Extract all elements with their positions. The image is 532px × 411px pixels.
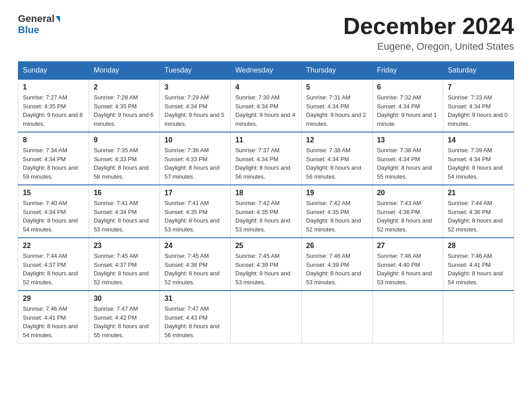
day-number: 10: [164, 136, 226, 144]
day-number: 8: [23, 136, 84, 144]
day-number: 17: [164, 189, 226, 197]
table-row: 23 Sunrise: 7:45 AMSunset: 4:37 PMDaylig…: [89, 238, 160, 291]
day-number: 16: [94, 189, 155, 197]
day-number: 5: [306, 83, 368, 91]
header-row: Sunday Monday Tuesday Wednesday Thursday…: [18, 62, 514, 80]
logo-blue-text: Blue: [18, 24, 39, 36]
day-info: Sunrise: 7:39 AMSunset: 4:34 PMDaylight:…: [448, 147, 503, 180]
table-row: 20 Sunrise: 7:43 AMSunset: 4:36 PMDaylig…: [372, 185, 443, 238]
day-info: Sunrise: 7:41 AMSunset: 4:34 PMDaylight:…: [94, 200, 149, 233]
day-info: Sunrise: 7:42 AMSunset: 4:35 PMDaylight:…: [235, 200, 290, 233]
table-row: 10 Sunrise: 7:36 AMSunset: 4:33 PMDaylig…: [160, 132, 231, 185]
table-row: 27 Sunrise: 7:46 AMSunset: 4:40 PMDaylig…: [372, 238, 443, 291]
day-number: 26: [306, 242, 368, 250]
table-row: 17 Sunrise: 7:41 AMSunset: 4:35 PMDaylig…: [160, 185, 231, 238]
table-row: 8 Sunrise: 7:34 AMSunset: 4:34 PMDayligh…: [18, 132, 89, 185]
table-row: 14 Sunrise: 7:39 AMSunset: 4:34 PMDaylig…: [443, 132, 514, 185]
table-row: 11 Sunrise: 7:37 AMSunset: 4:34 PMDaylig…: [231, 132, 301, 185]
week-row-4: 22 Sunrise: 7:44 AMSunset: 4:37 PMDaylig…: [18, 238, 514, 291]
day-info: Sunrise: 7:46 AMSunset: 4:41 PMDaylight:…: [448, 253, 503, 286]
table-row: [372, 291, 443, 343]
day-info: Sunrise: 7:45 AMSunset: 4:39 PMDaylight:…: [235, 253, 290, 286]
page-header: General Blue December 2024 Eugene, Orego…: [18, 13, 514, 52]
day-info: Sunrise: 7:29 AMSunset: 4:34 PMDaylight:…: [164, 94, 224, 127]
day-number: 2: [94, 83, 155, 91]
table-row: 19 Sunrise: 7:42 AMSunset: 4:35 PMDaylig…: [301, 185, 372, 238]
day-number: 1: [23, 83, 84, 91]
day-info: Sunrise: 7:46 AMSunset: 4:39 PMDaylight:…: [306, 253, 361, 286]
day-info: Sunrise: 7:46 AMSunset: 4:40 PMDaylight:…: [377, 253, 432, 286]
table-row: 12 Sunrise: 7:38 AMSunset: 4:34 PMDaylig…: [301, 132, 372, 185]
table-row: 13 Sunrise: 7:38 AMSunset: 4:34 PMDaylig…: [372, 132, 443, 185]
table-row: 29 Sunrise: 7:46 AMSunset: 4:41 PMDaylig…: [18, 291, 89, 343]
table-row: 5 Sunrise: 7:31 AMSunset: 4:34 PMDayligh…: [301, 79, 372, 132]
table-row: 7 Sunrise: 7:33 AMSunset: 4:34 PMDayligh…: [443, 79, 514, 132]
day-info: Sunrise: 7:46 AMSunset: 4:41 PMDaylight:…: [23, 305, 78, 338]
day-info: Sunrise: 7:44 AMSunset: 4:37 PMDaylight:…: [23, 253, 78, 286]
day-number: 9: [94, 136, 155, 144]
day-info: Sunrise: 7:38 AMSunset: 4:34 PMDaylight:…: [377, 147, 432, 180]
day-number: 20: [377, 189, 438, 197]
week-row-1: 1 Sunrise: 7:27 AMSunset: 4:35 PMDayligh…: [18, 79, 514, 132]
day-info: Sunrise: 7:40 AMSunset: 4:34 PMDaylight:…: [23, 200, 78, 233]
week-row-2: 8 Sunrise: 7:34 AMSunset: 4:34 PMDayligh…: [18, 132, 514, 185]
table-row: 21 Sunrise: 7:44 AMSunset: 4:36 PMDaylig…: [443, 185, 514, 238]
day-number: 21: [448, 189, 509, 197]
logo-triangle-icon: [56, 16, 60, 22]
day-info: Sunrise: 7:30 AMSunset: 4:34 PMDaylight:…: [235, 94, 295, 127]
table-row: 26 Sunrise: 7:46 AMSunset: 4:39 PMDaylig…: [301, 238, 372, 291]
table-row: 9 Sunrise: 7:35 AMSunset: 4:33 PMDayligh…: [89, 132, 160, 185]
day-info: Sunrise: 7:45 AMSunset: 4:37 PMDaylight:…: [94, 253, 149, 286]
day-info: Sunrise: 7:47 AMSunset: 4:43 PMDaylight:…: [164, 305, 219, 338]
week-row-3: 15 Sunrise: 7:40 AMSunset: 4:34 PMDaylig…: [18, 185, 514, 238]
day-info: Sunrise: 7:36 AMSunset: 4:33 PMDaylight:…: [164, 147, 219, 180]
day-info: Sunrise: 7:31 AMSunset: 4:34 PMDaylight:…: [306, 94, 366, 127]
table-row: 24 Sunrise: 7:45 AMSunset: 4:38 PMDaylig…: [160, 238, 231, 291]
day-number: 30: [94, 295, 155, 303]
day-info: Sunrise: 7:34 AMSunset: 4:34 PMDaylight:…: [23, 147, 78, 180]
day-number: 27: [377, 242, 438, 250]
col-monday: Monday: [89, 62, 160, 80]
day-number: 13: [377, 136, 438, 144]
day-info: Sunrise: 7:32 AMSunset: 4:34 PMDaylight:…: [377, 94, 437, 127]
logo: General Blue: [18, 13, 60, 36]
table-row: 25 Sunrise: 7:45 AMSunset: 4:39 PMDaylig…: [231, 238, 301, 291]
day-number: 12: [306, 136, 368, 144]
day-info: Sunrise: 7:44 AMSunset: 4:36 PMDaylight:…: [448, 200, 503, 233]
day-number: 25: [235, 242, 296, 250]
table-row: 3 Sunrise: 7:29 AMSunset: 4:34 PMDayligh…: [160, 79, 231, 132]
day-number: 11: [235, 136, 296, 144]
day-number: 18: [235, 189, 296, 197]
day-number: 14: [448, 136, 509, 144]
day-info: Sunrise: 7:42 AMSunset: 4:35 PMDaylight:…: [306, 200, 361, 233]
day-number: 24: [164, 242, 226, 250]
col-wednesday: Wednesday: [231, 62, 301, 80]
logo-general-text: General: [18, 13, 60, 24]
table-row: 4 Sunrise: 7:30 AMSunset: 4:34 PMDayligh…: [231, 79, 301, 132]
day-number: 22: [23, 242, 84, 250]
day-number: 28: [448, 242, 509, 250]
col-sunday: Sunday: [18, 62, 89, 80]
day-number: 29: [23, 295, 84, 303]
table-row: 15 Sunrise: 7:40 AMSunset: 4:34 PMDaylig…: [18, 185, 89, 238]
day-number: 6: [377, 83, 438, 91]
day-info: Sunrise: 7:37 AMSunset: 4:34 PMDaylight:…: [235, 147, 290, 180]
table-row: 6 Sunrise: 7:32 AMSunset: 4:34 PMDayligh…: [372, 79, 443, 132]
col-thursday: Thursday: [301, 62, 372, 80]
table-row: 1 Sunrise: 7:27 AMSunset: 4:35 PMDayligh…: [18, 79, 89, 132]
table-row: 2 Sunrise: 7:28 AMSunset: 4:35 PMDayligh…: [89, 79, 160, 132]
title-area: December 2024 Eugene, Oregon, United Sta…: [343, 13, 514, 52]
calendar-table: Sunday Monday Tuesday Wednesday Thursday…: [18, 61, 514, 343]
month-title: December 2024: [343, 13, 514, 39]
day-number: 4: [235, 83, 296, 91]
day-info: Sunrise: 7:35 AMSunset: 4:33 PMDaylight:…: [94, 147, 149, 180]
table-row: [443, 291, 514, 343]
day-info: Sunrise: 7:43 AMSunset: 4:36 PMDaylight:…: [377, 200, 432, 233]
day-info: Sunrise: 7:27 AMSunset: 4:35 PMDaylight:…: [23, 94, 83, 127]
day-info: Sunrise: 7:33 AMSunset: 4:34 PMDaylight:…: [448, 94, 508, 127]
table-row: 31 Sunrise: 7:47 AMSunset: 4:43 PMDaylig…: [160, 291, 231, 343]
day-number: 7: [448, 83, 509, 91]
day-info: Sunrise: 7:45 AMSunset: 4:38 PMDaylight:…: [164, 253, 219, 286]
day-number: 23: [94, 242, 155, 250]
day-number: 31: [164, 295, 226, 303]
